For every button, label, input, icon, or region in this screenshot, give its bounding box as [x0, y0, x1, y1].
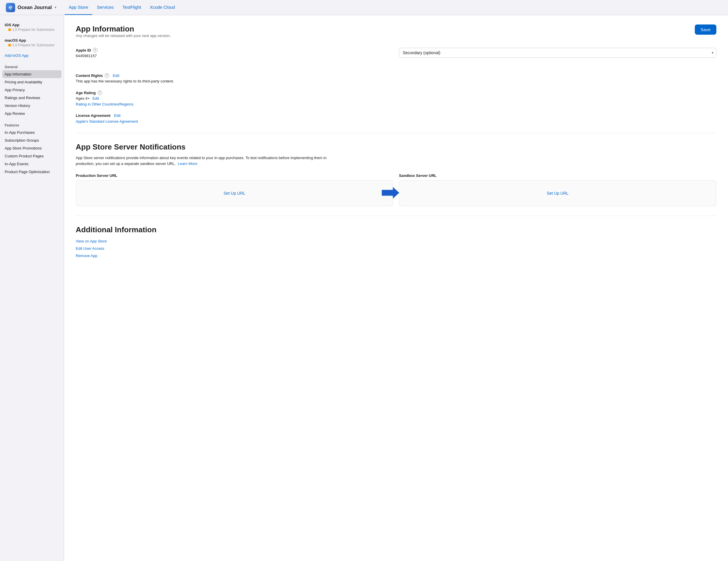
ios-warning-dot: [8, 28, 11, 31]
sidebar-item-product-page-optimization[interactable]: Product Page Optimization: [0, 168, 64, 176]
svg-point-1: [10, 8, 11, 9]
age-rating-edit-link[interactable]: Edit: [93, 96, 99, 100]
sidebar-item-app-store-promotions[interactable]: App Store Promotions: [0, 144, 64, 152]
setup-sandbox-url-link[interactable]: Set Up URL: [547, 191, 569, 195]
save-button[interactable]: Save: [695, 24, 716, 35]
url-fields-row: Production Server URL Set Up URL Sandbox…: [76, 173, 716, 206]
add-tvos-section: Add tvOS App: [0, 52, 64, 59]
content-rights-field: Content Rights ? Edit This app has the n…: [76, 73, 716, 83]
sidebar-item-subscription-groups[interactable]: Subscription Groups: [0, 136, 64, 144]
features-section: Features In-App Purchases Subscription G…: [0, 120, 64, 176]
general-section: General App Information Pricing and Avai…: [0, 61, 64, 117]
sidebar-item-version-history[interactable]: Version History: [0, 102, 64, 110]
server-notif-title: App Store Server Notifications: [76, 142, 716, 151]
server-notif-description: App Store server notifications provide i…: [76, 155, 332, 166]
sidebar-item-custom-product-pages[interactable]: Custom Product Pages: [0, 152, 64, 160]
app-icon: [6, 3, 15, 12]
license-label: License Agreement: [76, 113, 110, 118]
license-agreement-link[interactable]: Apple's Standard License Agreement: [76, 119, 138, 123]
sidebar-item-in-app-purchases[interactable]: In-App Purchases: [0, 128, 64, 136]
macos-section: macOS App 1.0 Prepare for Submission: [0, 36, 64, 50]
learn-more-link[interactable]: Learn More: [178, 161, 197, 166]
secondary-dropdown-field: Secondary (optional) ▾: [399, 48, 716, 58]
divider-1: [76, 133, 716, 133]
additional-links: View on App Store Edit User Access Remov…: [76, 239, 716, 258]
macos-warning-dot: [8, 44, 11, 47]
macos-label: macOS App: [0, 36, 64, 43]
general-label: General: [0, 61, 64, 70]
remove-app-link[interactable]: Remove App: [76, 253, 716, 258]
age-rating-label: Age Rating: [76, 91, 96, 95]
apple-id-row: Apple ID ? 6445981157 Secondary (optiona…: [76, 48, 716, 66]
content-rights-help-icon[interactable]: ?: [105, 73, 109, 78]
apple-id-help-icon[interactable]: ?: [93, 48, 98, 52]
content-rights-edit-link[interactable]: Edit: [113, 73, 119, 78]
production-url-section: Production Server URL Set Up URL: [76, 173, 393, 206]
sidebar-item-ratings-reviews[interactable]: Ratings and Reviews: [0, 94, 64, 102]
sidebar-item-in-app-events[interactable]: In-App Events: [0, 160, 64, 168]
secondary-select[interactable]: Secondary (optional): [399, 48, 716, 58]
tab-xcode-cloud[interactable]: Xcode Cloud: [146, 0, 179, 15]
tab-services[interactable]: Services: [93, 0, 118, 15]
license-edit-link[interactable]: Edit: [114, 113, 120, 118]
macos-sub: 1.0 Prepare for Submission: [0, 43, 64, 50]
tab-app-store[interactable]: App Store: [65, 0, 92, 15]
layout: iOS App 1.0 Prepare for Submission macOS…: [0, 15, 728, 561]
age-rating-help-icon[interactable]: ?: [98, 90, 102, 95]
sidebar-item-app-review[interactable]: App Review: [0, 110, 64, 117]
setup-production-url-link[interactable]: Set Up URL: [224, 191, 245, 195]
app-title-chevron-icon: ▾: [55, 6, 56, 9]
production-url-label: Production Server URL: [76, 173, 393, 178]
apple-id-value: 6445981157: [76, 54, 393, 58]
content-rights-label: Content Rights: [76, 73, 103, 78]
edit-user-access-link[interactable]: Edit User Access: [76, 246, 716, 250]
sidebar-item-app-privacy[interactable]: App Privacy: [0, 86, 64, 94]
rating-other-regions-link[interactable]: Rating in Other Countries/Regions: [76, 102, 133, 106]
ios-sub: 1.0 Prepare for Submission: [0, 28, 64, 34]
age-rating-field: Age Rating ? Ages 4+ Edit Rating in Othe…: [76, 90, 716, 106]
arrow-annotation: [382, 187, 399, 200]
view-on-app-store-link[interactable]: View on App Store: [76, 239, 716, 243]
app-info-header: App Information Any changes will be rele…: [76, 24, 716, 46]
ios-section: iOS App 1.0 Prepare for Submission: [0, 21, 64, 34]
app-title: Ocean Journal: [17, 5, 52, 10]
tab-testflight[interactable]: TestFlight: [118, 0, 145, 15]
top-nav: Ocean Journal ▾ App Store Services TestF…: [0, 0, 728, 15]
main-content: App Information Any changes will be rele…: [64, 15, 728, 561]
features-label: Features: [0, 120, 64, 128]
license-field: License Agreement Edit Apple's Standard …: [76, 113, 716, 123]
nav-tabs: App Store Services TestFlight Xcode Clou…: [65, 0, 179, 15]
apple-id-label: Apple ID: [76, 48, 91, 52]
app-title-area[interactable]: Ocean Journal ▾: [6, 3, 56, 12]
sandbox-url-section: Sandbox Server URL Set Up URL: [399, 173, 716, 206]
secondary-select-wrapper: Secondary (optional) ▾: [399, 48, 716, 58]
sandbox-url-label: Sandbox Server URL: [399, 173, 716, 178]
app-info-title: App Information: [76, 24, 171, 33]
production-url-box: Set Up URL: [76, 180, 393, 206]
ios-label: iOS App: [0, 21, 64, 28]
age-rating-value: Ages 4+ Edit: [76, 96, 716, 100]
sidebar: iOS App 1.0 Prepare for Submission macOS…: [0, 15, 64, 561]
content-rights-value: This app has the necessary rights to its…: [76, 79, 716, 83]
add-tvos-link[interactable]: Add tvOS App: [0, 52, 64, 59]
app-info-subtitle: Any changes will be released with your n…: [76, 33, 171, 38]
apple-id-field: Apple ID ? 6445981157: [76, 48, 393, 59]
sidebar-item-pricing-availability[interactable]: Pricing and Availability: [0, 78, 64, 86]
additional-info-title: Additional Information: [76, 225, 716, 234]
sandbox-url-box: Set Up URL: [399, 180, 716, 206]
sidebar-item-app-information[interactable]: App Information: [2, 70, 61, 78]
svg-marker-2: [382, 187, 399, 199]
